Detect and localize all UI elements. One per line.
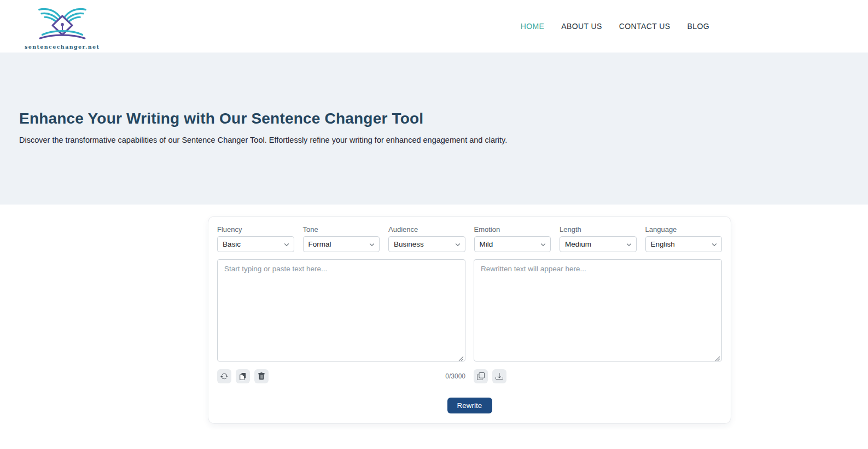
logo-text: sentencechanger.net: [25, 44, 100, 50]
fluency-label: Fluency: [217, 225, 294, 234]
copy-input-button[interactable]: [236, 369, 250, 383]
audience-select[interactable]: Business: [388, 236, 465, 252]
audience-label: Audience: [388, 225, 465, 234]
source-text-input[interactable]: [217, 259, 465, 361]
emotion-group: Emotion Mild: [474, 225, 551, 252]
fluency-group: Fluency Basic: [217, 225, 294, 252]
site-logo[interactable]: sentencechanger.net: [25, 5, 100, 50]
length-label: Length: [560, 225, 637, 234]
copy-icon: [477, 372, 485, 380]
fluency-select[interactable]: Basic: [217, 236, 294, 252]
result-text-output[interactable]: [474, 259, 722, 361]
main-nav: HOME ABOUT US CONTACT US BLOG: [521, 22, 709, 31]
nav-item-blog[interactable]: BLOG: [687, 22, 709, 31]
clear-button[interactable]: [254, 369, 269, 383]
emotion-select[interactable]: Mild: [474, 236, 551, 252]
refresh-button[interactable]: [217, 369, 231, 383]
tone-label: Tone: [303, 225, 380, 234]
result-actions: [474, 369, 722, 383]
copy-icon: [239, 372, 247, 380]
source-actions: 0/3000: [217, 369, 465, 383]
download-button[interactable]: [492, 369, 506, 383]
result-text-panel: [474, 259, 722, 364]
logo-bird-pen-book-icon: [29, 5, 96, 43]
rewrite-button[interactable]: Rewrite: [447, 398, 492, 413]
options-row: Fluency Basic Tone Formal Audience Busin…: [217, 225, 722, 252]
text-panels-row: [217, 259, 722, 364]
rewriter-tool-card: Fluency Basic Tone Formal Audience Busin…: [208, 216, 731, 424]
page-title: Enhance Your Writing with Our Sentence C…: [19, 110, 849, 127]
nav-item-home[interactable]: HOME: [521, 22, 545, 31]
resize-handle[interactable]: [715, 356, 720, 361]
actions-row: 0/3000: [217, 369, 722, 383]
trash-icon: [258, 372, 265, 380]
download-icon: [496, 372, 503, 380]
language-label: Language: [645, 225, 723, 234]
site-header: sentencechanger.net HOME ABOUT US CONTAC…: [0, 0, 868, 53]
nav-item-about-us[interactable]: ABOUT US: [561, 22, 602, 31]
language-group: Language English: [645, 225, 723, 252]
tone-group: Tone Formal: [303, 225, 380, 252]
length-group: Length Medium: [560, 225, 637, 252]
nav-item-contact-us[interactable]: CONTACT US: [619, 22, 671, 31]
refresh-icon: [220, 372, 228, 380]
tone-select[interactable]: Formal: [303, 236, 380, 252]
copy-output-button[interactable]: [474, 369, 488, 383]
resize-handle[interactable]: [458, 356, 464, 361]
hero-section: Enhance Your Writing with Our Sentence C…: [0, 53, 868, 205]
length-select[interactable]: Medium: [560, 236, 637, 252]
audience-group: Audience Business: [388, 225, 465, 252]
main-section: Fluency Basic Tone Formal Audience Busin…: [0, 205, 868, 424]
source-text-panel: [217, 259, 465, 364]
char-counter: 0/3000: [445, 372, 465, 380]
page-subtitle: Discover the transformative capabilities…: [19, 136, 849, 144]
language-select[interactable]: English: [645, 236, 723, 252]
rewrite-row: Rewrite: [217, 398, 722, 413]
emotion-label: Emotion: [474, 225, 551, 234]
